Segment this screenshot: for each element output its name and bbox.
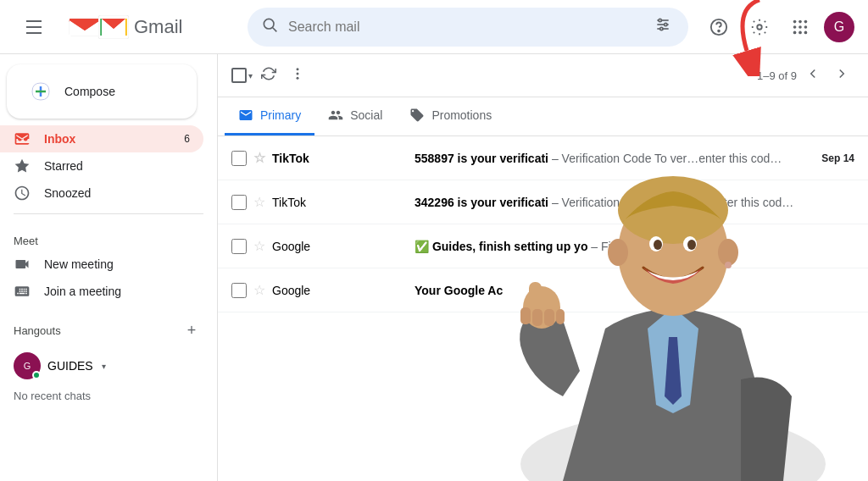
sidebar-item-join-meeting[interactable]: Join a meeting [0,278,203,305]
gmail-text: Gmail [134,16,182,38]
video-icon [14,256,31,273]
select-all-wrap: ▾ [231,68,253,83]
svg-point-10 [660,27,663,30]
inbox-icon [14,130,31,147]
email-subject-wrap: 558897 is your verificati – Verification… [415,152,815,165]
email-checkbox[interactable] [231,239,247,254]
gmail-m-icon [68,15,102,39]
compose-button[interactable]: Compose [7,64,197,119]
chevron-right-icon [834,66,849,81]
settings-button[interactable] [743,10,776,44]
email-sender: Google [272,284,408,297]
header: Gmail [0,0,868,54]
apps-button[interactable] [783,10,817,44]
header-right: G [702,10,854,44]
email-row[interactable]: ☆ Google Your Google Ac [218,268,868,312]
social-tab-icon [328,108,343,123]
sidebar-item-starred[interactable]: Starred [0,152,203,180]
keyboard-icon [14,283,31,300]
hamburger-icon [19,14,48,41]
gear-icon [750,18,769,36]
hangouts-header: Hangouts + [0,305,217,349]
chevron-left-icon [805,66,821,81]
svg-point-14 [793,19,797,23]
svg-point-3 [264,19,274,29]
toolbar-left: ▾ [231,61,310,90]
hangouts-avatar: G [14,352,41,379]
star-icon[interactable]: ☆ [253,238,265,254]
search-icon [261,16,278,37]
hamburger-button[interactable] [14,7,54,47]
svg-line-4 [273,28,277,32]
svg-point-28 [297,77,299,80]
svg-point-22 [804,30,808,34]
star-icon[interactable]: ☆ [253,282,265,298]
email-subject-wrap: Your Google Ac [415,284,848,297]
email-row[interactable]: ☆ TikTok 342296 is your verificati – Ver… [218,180,868,224]
more-options-button[interactable] [285,61,310,90]
svg-point-12 [718,30,720,31]
email-subject-wrap: 342296 is your verificati – Verification… [415,196,848,209]
sidebar: Compose Inbox 6 Starred [0,54,217,481]
next-page-button[interactable] [829,61,854,90]
email-row[interactable]: ☆ TikTok 558897 is your verificati – Ver… [218,136,868,180]
svg-point-18 [798,25,802,29]
svg-point-21 [798,30,802,34]
refresh-icon [261,66,276,81]
select-all-checkbox[interactable] [231,68,247,83]
svg-point-16 [804,19,808,23]
svg-point-26 [297,68,299,70]
email-sender: Google [272,240,408,253]
main-content: ▾ 1–9 of 9 [217,54,868,481]
svg-point-8 [659,19,661,21]
email-checkbox[interactable] [231,195,247,210]
svg-point-19 [804,25,808,29]
star-icon[interactable]: ☆ [253,194,265,210]
star-icon[interactable]: ☆ [253,150,265,166]
inbox-badge: 6 [184,133,190,145]
email-subject: 342296 is your verificati [415,196,548,209]
sidebar-item-snoozed[interactable]: Snoozed [0,180,203,207]
email-sender: TikTok [272,152,408,165]
inbox-tabs: Primary Social Promotions [218,97,868,136]
prev-page-button[interactable] [800,61,826,90]
search-tune-icon[interactable] [651,13,675,41]
select-dropdown-arrow[interactable]: ▾ [248,71,253,80]
clock-icon [14,185,31,202]
email-preview: – Verification Code To ver…enter this co… [552,152,782,165]
hangouts-label: Hangouts [14,324,61,337]
email-toolbar: ▾ 1–9 of 9 [218,54,868,97]
apps-icon [791,18,810,36]
svg-point-17 [793,25,797,29]
email-subject: ✅ Guides, finish setting up yo [415,240,587,253]
tab-social[interactable]: Social [314,97,396,135]
help-icon [709,18,728,36]
email-date: Sep 14 [821,152,854,164]
help-button[interactable] [702,10,736,44]
page-info: 1–9 of 9 [757,69,797,82]
email-subject: Your Google Ac [415,284,503,297]
compose-plus-icon [27,78,54,105]
hangouts-user[interactable]: G GUIDES ▾ [0,349,217,383]
search-input[interactable] [288,19,641,35]
hangouts-add-button[interactable]: + [180,318,203,342]
avatar[interactable]: G [824,12,854,42]
email-sender: TikTok [272,196,408,209]
svg-point-20 [793,30,797,34]
svg-point-13 [757,25,762,30]
sidebar-divider [14,213,203,214]
inbox-tab-icon [238,108,253,123]
promotions-tab-icon [409,108,425,123]
tab-promotions[interactable]: Promotions [396,97,505,135]
svg-point-9 [665,23,667,25]
refresh-button[interactable] [256,61,281,90]
email-row[interactable]: ☆ Google ✅ Guides, finish setting up yo … [218,224,868,268]
sidebar-item-inbox[interactable]: Inbox 6 [0,125,203,152]
email-checkbox[interactable] [231,151,247,166]
tab-primary[interactable]: Primary [225,97,314,135]
online-status-dot [32,371,41,379]
email-checkbox[interactable] [231,283,247,298]
gmail-m-colored [98,15,129,39]
sidebar-item-new-meeting[interactable]: New meeting [0,251,203,278]
svg-point-27 [297,73,299,75]
